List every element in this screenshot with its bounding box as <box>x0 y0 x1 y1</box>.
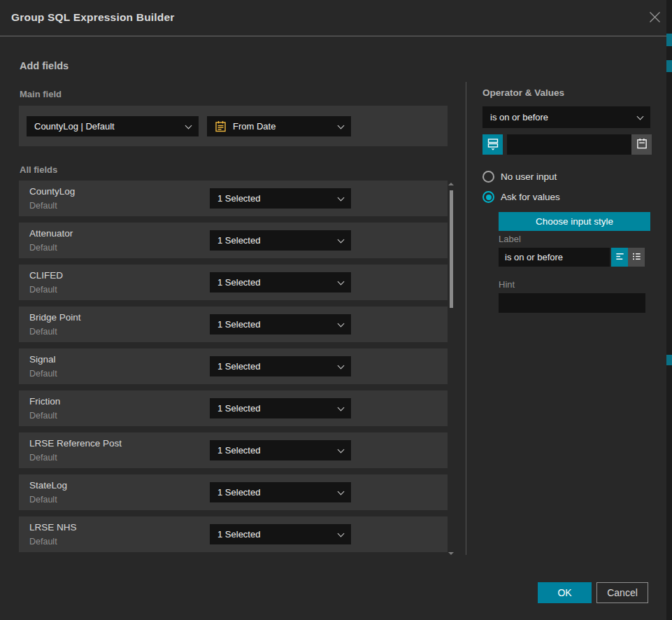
calendar-icon <box>636 138 648 151</box>
chevron-down-icon <box>338 278 345 285</box>
close-icon[interactable] <box>647 10 662 26</box>
background-accent-fragment <box>666 355 672 365</box>
field-row: Attenuator Default 1 Selected <box>19 223 448 258</box>
field-row: CLIFED Default 1 Selected <box>19 265 448 300</box>
radio-ask-for-values[interactable]: Ask for values <box>482 191 560 203</box>
field-row: LRSE Reference Post Default 1 Selected <box>19 432 448 468</box>
field-values-dropdown[interactable]: 1 Selected <box>210 482 351 502</box>
field-values-dropdown[interactable]: 1 Selected <box>210 440 351 460</box>
background-accent-fragment <box>666 34 672 46</box>
main-layer-dropdown[interactable]: CountyLog | Default <box>27 116 199 136</box>
radio-no-user-input[interactable]: No user input <box>482 171 557 183</box>
chevron-down-icon <box>185 122 192 129</box>
stacked-values-icon <box>487 137 499 153</box>
main-field-panel: CountyLog | Default From Date <box>19 106 448 146</box>
field-row: StateLog Default 1 Selected <box>19 474 448 510</box>
main-field-dropdown[interactable]: From Date <box>207 116 351 136</box>
bulleted-list-icon <box>631 251 642 264</box>
choose-input-style-button[interactable]: Choose input style <box>499 212 650 231</box>
main-field-dropdown-value: From Date <box>233 121 276 132</box>
field-values-dropdown-value: 1 Selected <box>217 361 260 372</box>
chevron-down-icon <box>338 122 345 129</box>
radio-selected-icon <box>482 191 494 203</box>
field-values-dropdown[interactable]: 1 Selected <box>210 398 351 418</box>
field-values-dropdown-value: 1 Selected <box>217 529 260 540</box>
field-values-dropdown[interactable]: 1 Selected <box>210 188 351 209</box>
field-values-dropdown-value: 1 Selected <box>217 193 260 204</box>
scrollbar-up-arrow-icon[interactable] <box>448 183 454 185</box>
add-fields-heading: Add fields <box>20 60 69 71</box>
operator-values-heading: Operator & Values <box>482 87 564 98</box>
dialog-title: Group SQL Expression Builder <box>11 11 175 24</box>
field-values-dropdown-value: 1 Selected <box>217 445 260 456</box>
field-values-dropdown[interactable]: 1 Selected <box>210 230 351 251</box>
chevron-down-icon <box>338 488 345 495</box>
operator-dropdown-value: is on or before <box>490 112 548 122</box>
main-layer-dropdown-value: CountyLog | Default <box>34 121 115 132</box>
field-values-dropdown[interactable]: 1 Selected <box>210 314 351 334</box>
field-row: Bridge Point Default 1 Selected <box>19 307 448 342</box>
chevron-down-icon <box>338 236 345 243</box>
hint-field-label: Hint <box>499 279 515 290</box>
field-values-dropdown[interactable]: 1 Selected <box>210 524 351 544</box>
chevron-down-icon <box>338 362 345 369</box>
field-values-dropdown-value: 1 Selected <box>217 235 260 246</box>
field-row: LRSE NHS Default 1 Selected <box>19 516 448 552</box>
radio-circle-icon <box>482 171 494 183</box>
cancel-button[interactable]: Cancel <box>596 582 648 603</box>
value-type-toggle-button[interactable] <box>482 134 503 155</box>
label-input[interactable] <box>499 248 610 267</box>
operator-dropdown[interactable]: is on or before <box>482 106 650 128</box>
background-app-edge <box>666 0 672 620</box>
main-field-label: Main field <box>20 89 62 99</box>
all-fields-label: All fields <box>20 164 57 175</box>
all-fields-list: CountyLog Default 1 Selected Attenuator … <box>19 181 448 558</box>
align-left-icon <box>615 251 625 264</box>
background-accent-fragment <box>666 60 672 72</box>
field-row: Signal Default 1 Selected <box>19 348 448 384</box>
chevron-down-icon <box>338 530 345 537</box>
chevron-down-icon <box>338 320 345 327</box>
single-input-style-button[interactable] <box>611 248 628 267</box>
panel-divider <box>466 82 466 555</box>
scrollbar-thumb[interactable] <box>450 190 453 308</box>
ok-button[interactable]: OK <box>538 582 592 603</box>
dialog-header: Group SQL Expression Builder <box>0 0 666 36</box>
list-input-style-button[interactable] <box>628 248 645 267</box>
chevron-down-icon <box>338 404 345 411</box>
radio-no-user-input-label: No user input <box>501 171 557 182</box>
field-values-dropdown[interactable]: 1 Selected <box>210 356 351 376</box>
field-values-dropdown-value: 1 Selected <box>217 319 260 330</box>
chevron-down-icon <box>637 113 644 120</box>
chevron-down-icon <box>338 194 345 201</box>
date-picker-button[interactable] <box>631 134 652 155</box>
field-values-dropdown-value: 1 Selected <box>217 487 260 498</box>
hint-input[interactable] <box>499 293 645 313</box>
field-values-dropdown[interactable]: 1 Selected <box>210 272 351 293</box>
chevron-down-icon <box>338 446 345 453</box>
field-row: CountyLog Default 1 Selected <box>19 181 448 216</box>
field-values-dropdown-value: 1 Selected <box>217 403 260 414</box>
label-field-label: Label <box>499 234 521 244</box>
field-values-dropdown-value: 1 Selected <box>217 277 260 288</box>
scrollbar-down-arrow-icon[interactable] <box>448 552 454 555</box>
field-row: Friction Default 1 Selected <box>19 390 448 426</box>
calendar-icon <box>215 120 227 132</box>
value-input[interactable] <box>507 134 631 155</box>
group-sql-expression-builder-dialog: Group SQL Expression Builder Add fields … <box>0 0 672 620</box>
radio-ask-for-values-label: Ask for values <box>501 192 560 202</box>
list-scrollbar[interactable] <box>448 183 455 555</box>
